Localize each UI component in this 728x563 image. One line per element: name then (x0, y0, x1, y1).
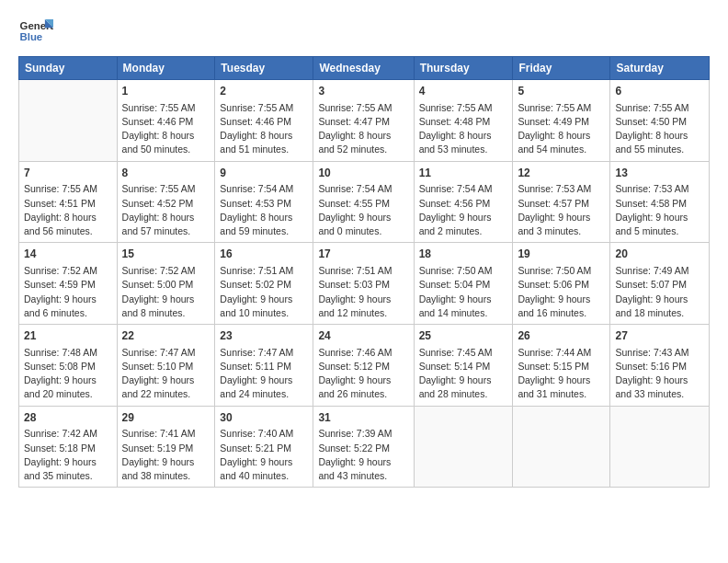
day-info: Sunrise: 7:42 AMSunset: 5:18 PMDaylight:… (24, 427, 112, 483)
header-tuesday: Tuesday (215, 57, 313, 80)
calendar-cell: 12Sunrise: 7:53 AMSunset: 4:57 PMDayligh… (513, 161, 610, 243)
day-info: Sunrise: 7:50 AMSunset: 5:06 PMDaylight:… (518, 264, 605, 320)
calendar-table: SundayMondayTuesdayWednesdayThursdayFrid… (18, 56, 710, 488)
day-info: Sunrise: 7:49 AMSunset: 5:07 PMDaylight:… (615, 264, 704, 320)
day-number: 22 (122, 328, 210, 344)
day-info: Sunrise: 7:47 AMSunset: 5:10 PMDaylight:… (122, 346, 210, 402)
calendar-cell: 23Sunrise: 7:47 AMSunset: 5:11 PMDayligh… (215, 325, 313, 407)
day-number: 30 (220, 410, 308, 426)
day-info: Sunrise: 7:40 AMSunset: 5:21 PMDaylight:… (220, 427, 308, 483)
logo: General Blue (18, 14, 53, 49)
day-number: 13 (615, 166, 704, 181)
week-row-4: 21Sunrise: 7:48 AMSunset: 5:08 PMDayligh… (19, 325, 710, 407)
calendar-cell: 27Sunrise: 7:43 AMSunset: 5:16 PMDayligh… (610, 325, 710, 407)
day-info: Sunrise: 7:44 AMSunset: 5:15 PMDaylight:… (518, 346, 605, 402)
calendar-cell: 13Sunrise: 7:53 AMSunset: 4:58 PMDayligh… (610, 161, 710, 243)
day-number: 15 (122, 247, 210, 262)
calendar-cell: 10Sunrise: 7:54 AMSunset: 4:55 PMDayligh… (313, 161, 414, 243)
day-info: Sunrise: 7:55 AMSunset: 4:46 PMDaylight:… (220, 101, 308, 157)
calendar-cell: 6Sunrise: 7:55 AMSunset: 4:50 PMDaylight… (610, 80, 710, 162)
calendar-cell: 22Sunrise: 7:47 AMSunset: 5:10 PMDayligh… (117, 325, 215, 407)
calendar-cell: 4Sunrise: 7:55 AMSunset: 4:48 PMDaylight… (414, 80, 513, 162)
header-saturday: Saturday (610, 57, 710, 80)
day-number: 27 (615, 328, 704, 344)
day-number: 20 (615, 247, 704, 262)
day-number: 7 (24, 166, 112, 181)
day-info: Sunrise: 7:45 AMSunset: 5:14 PMDaylight:… (419, 346, 508, 402)
calendar-cell (414, 406, 513, 488)
calendar-cell: 17Sunrise: 7:51 AMSunset: 5:03 PMDayligh… (313, 243, 414, 325)
day-number: 12 (518, 166, 605, 181)
header: General Blue (18, 14, 710, 49)
day-number: 2 (220, 84, 308, 99)
calendar-cell: 9Sunrise: 7:54 AMSunset: 4:53 PMDaylight… (215, 161, 313, 243)
day-info: Sunrise: 7:47 AMSunset: 5:11 PMDaylight:… (220, 346, 308, 402)
calendar-page: General Blue SundayMondayTuesdayWednesda… (0, 0, 728, 563)
header-thursday: Thursday (414, 57, 513, 80)
day-number: 19 (518, 247, 605, 262)
day-info: Sunrise: 7:55 AMSunset: 4:50 PMDaylight:… (615, 101, 704, 157)
calendar-cell: 25Sunrise: 7:45 AMSunset: 5:14 PMDayligh… (414, 325, 513, 407)
day-number: 9 (220, 166, 308, 181)
day-number: 6 (615, 84, 704, 99)
calendar-cell: 15Sunrise: 7:52 AMSunset: 5:00 PMDayligh… (117, 243, 215, 325)
day-info: Sunrise: 7:43 AMSunset: 5:16 PMDaylight:… (615, 346, 704, 402)
calendar-cell: 20Sunrise: 7:49 AMSunset: 5:07 PMDayligh… (610, 243, 710, 325)
logo-icon: General Blue (18, 14, 53, 49)
day-info: Sunrise: 7:39 AMSunset: 5:22 PMDaylight:… (318, 427, 408, 483)
header-monday: Monday (117, 57, 215, 80)
day-number: 3 (318, 84, 408, 99)
calendar-cell: 19Sunrise: 7:50 AMSunset: 5:06 PMDayligh… (513, 243, 610, 325)
calendar-cell: 7Sunrise: 7:55 AMSunset: 4:51 PMDaylight… (19, 161, 118, 243)
day-info: Sunrise: 7:54 AMSunset: 4:56 PMDaylight:… (419, 182, 508, 238)
day-number: 8 (122, 166, 210, 181)
calendar-cell: 28Sunrise: 7:42 AMSunset: 5:18 PMDayligh… (19, 406, 118, 488)
day-number: 29 (122, 410, 210, 426)
day-info: Sunrise: 7:55 AMSunset: 4:51 PMDaylight:… (24, 182, 112, 238)
day-info: Sunrise: 7:50 AMSunset: 5:04 PMDaylight:… (419, 264, 508, 320)
calendar-cell: 24Sunrise: 7:46 AMSunset: 5:12 PMDayligh… (313, 325, 414, 407)
header-sunday: Sunday (19, 57, 118, 80)
day-number: 24 (318, 328, 408, 344)
day-number: 10 (318, 166, 408, 181)
day-number: 23 (220, 328, 308, 344)
day-info: Sunrise: 7:41 AMSunset: 5:19 PMDaylight:… (122, 427, 210, 483)
day-number: 11 (419, 166, 508, 181)
week-row-2: 7Sunrise: 7:55 AMSunset: 4:51 PMDaylight… (19, 161, 710, 243)
day-info: Sunrise: 7:55 AMSunset: 4:52 PMDaylight:… (122, 182, 210, 238)
calendar-cell: 1Sunrise: 7:55 AMSunset: 4:46 PMDaylight… (117, 80, 215, 162)
calendar-cell (513, 406, 610, 488)
day-number: 5 (518, 84, 605, 99)
day-info: Sunrise: 7:55 AMSunset: 4:46 PMDaylight:… (122, 101, 210, 157)
calendar-cell (610, 406, 710, 488)
day-info: Sunrise: 7:55 AMSunset: 4:48 PMDaylight:… (419, 101, 508, 157)
day-number: 14 (24, 247, 112, 262)
day-number: 31 (318, 410, 408, 426)
day-number: 16 (220, 247, 308, 262)
day-number: 28 (24, 410, 112, 426)
week-row-1: 1Sunrise: 7:55 AMSunset: 4:46 PMDaylight… (19, 80, 710, 162)
day-number: 18 (419, 247, 508, 262)
calendar-cell: 21Sunrise: 7:48 AMSunset: 5:08 PMDayligh… (19, 325, 118, 407)
day-info: Sunrise: 7:54 AMSunset: 4:55 PMDaylight:… (318, 182, 408, 238)
day-info: Sunrise: 7:55 AMSunset: 4:49 PMDaylight:… (518, 101, 605, 157)
day-number: 17 (318, 247, 408, 262)
day-info: Sunrise: 7:51 AMSunset: 5:02 PMDaylight:… (220, 264, 308, 320)
week-row-5: 28Sunrise: 7:42 AMSunset: 5:18 PMDayligh… (19, 406, 710, 488)
header-row: SundayMondayTuesdayWednesdayThursdayFrid… (19, 57, 710, 80)
calendar-cell (19, 80, 118, 162)
week-row-3: 14Sunrise: 7:52 AMSunset: 4:59 PMDayligh… (19, 243, 710, 325)
calendar-cell: 5Sunrise: 7:55 AMSunset: 4:49 PMDaylight… (513, 80, 610, 162)
day-info: Sunrise: 7:53 AMSunset: 4:57 PMDaylight:… (518, 182, 605, 238)
calendar-cell: 3Sunrise: 7:55 AMSunset: 4:47 PMDaylight… (313, 80, 414, 162)
header-wednesday: Wednesday (313, 57, 414, 80)
day-number: 21 (24, 328, 112, 344)
day-number: 25 (419, 328, 508, 344)
calendar-cell: 26Sunrise: 7:44 AMSunset: 5:15 PMDayligh… (513, 325, 610, 407)
day-info: Sunrise: 7:46 AMSunset: 5:12 PMDaylight:… (318, 346, 408, 402)
calendar-cell: 2Sunrise: 7:55 AMSunset: 4:46 PMDaylight… (215, 80, 313, 162)
svg-text:Blue: Blue (20, 31, 43, 42)
calendar-cell: 18Sunrise: 7:50 AMSunset: 5:04 PMDayligh… (414, 243, 513, 325)
day-number: 4 (419, 84, 508, 99)
day-info: Sunrise: 7:52 AMSunset: 4:59 PMDaylight:… (24, 264, 112, 320)
